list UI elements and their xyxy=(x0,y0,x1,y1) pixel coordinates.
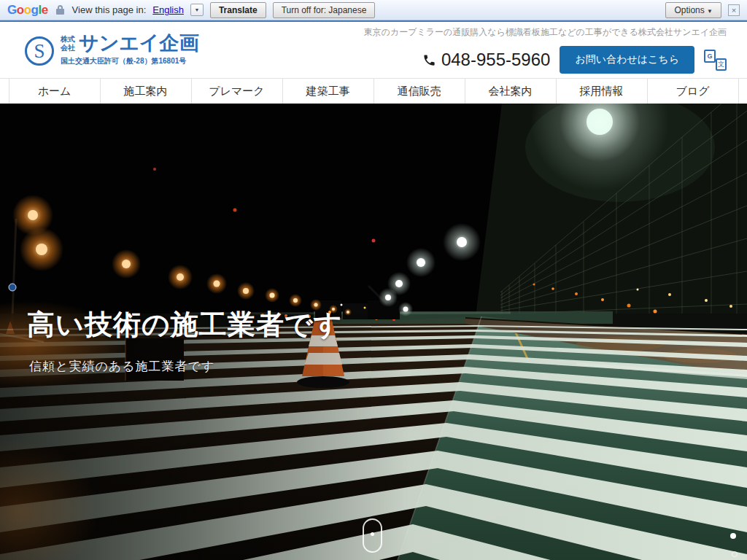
site-header: S 株式 会社 サンエイ企画 国土交通大臣許可（般-28）第16801号 東京の… xyxy=(0,20,747,78)
license-number: 国土交通大臣許可（般-28）第16801号 xyxy=(61,56,199,66)
language-dropdown[interactable]: ▼ xyxy=(190,4,204,16)
chevron-down-icon: ▼ xyxy=(194,7,199,12)
hero-subtitle: 信頼と実績のある施工業者です xyxy=(29,358,214,375)
company-logo[interactable]: S 株式 会社 サンエイ企画 国土交通大臣許可（般-28）第16801号 xyxy=(25,34,199,66)
google-translate-bar: Google View this page in: English ▼ Tran… xyxy=(0,0,747,20)
logo-company-prefix: 株式 会社 xyxy=(61,35,75,53)
main-nav: ホーム 施工案内 プレマーク 建築工事 通信販売 会社案内 採用情報 ブログ xyxy=(0,78,747,104)
nav-item-premark[interactable]: プレマーク xyxy=(191,79,282,104)
lock-icon xyxy=(56,5,64,15)
scroll-dot xyxy=(371,532,374,536)
translate-button[interactable]: Translate xyxy=(210,2,266,18)
phone-number: 048-955-5960 xyxy=(422,50,550,70)
nav-item-blog[interactable]: ブログ xyxy=(647,79,739,104)
nav-item-online-shop[interactable]: 通信販売 xyxy=(374,79,465,104)
nav-item-home[interactable]: ホーム xyxy=(9,79,100,104)
nav-item-company[interactable]: 会社案内 xyxy=(465,79,556,104)
hero-title: 高い技術の施工業者です xyxy=(27,306,343,343)
scroll-mouse-icon xyxy=(363,518,382,553)
company-name: サンエイ企画 xyxy=(79,34,199,53)
translate-widget-icon[interactable]: G 文 xyxy=(704,50,727,71)
nav-item-construction-guide[interactable]: 施工案内 xyxy=(100,79,191,104)
options-button[interactable]: Options ▼ xyxy=(665,2,721,18)
turn-off-button[interactable]: Turn off for: Japanese xyxy=(273,2,376,18)
logo-s-mark-icon: S xyxy=(25,36,54,66)
chevron-down-icon: ▼ xyxy=(707,8,713,15)
phone-icon xyxy=(422,53,436,67)
contact-button[interactable]: お問い合わせはこちら xyxy=(560,46,694,74)
carousel-dot-active[interactable] xyxy=(730,533,736,539)
google-logo: Google xyxy=(7,3,48,18)
hero-slider: 高い技術の施工業者です 信頼と実績のある施工業者です xyxy=(0,104,747,560)
view-page-label: View this page in: xyxy=(72,4,147,15)
site-tagline: 東京のカーブミラーの通販購入なら標識看板施工などの工事ができる株式会社サンエイ企… xyxy=(364,26,727,39)
nav-item-recruit[interactable]: 採用情報 xyxy=(556,79,647,104)
language-link[interactable]: English xyxy=(152,4,184,15)
carousel-dot[interactable] xyxy=(732,551,738,557)
nav-item-building-works[interactable]: 建築工事 xyxy=(282,79,374,104)
close-icon[interactable]: × xyxy=(728,4,740,16)
